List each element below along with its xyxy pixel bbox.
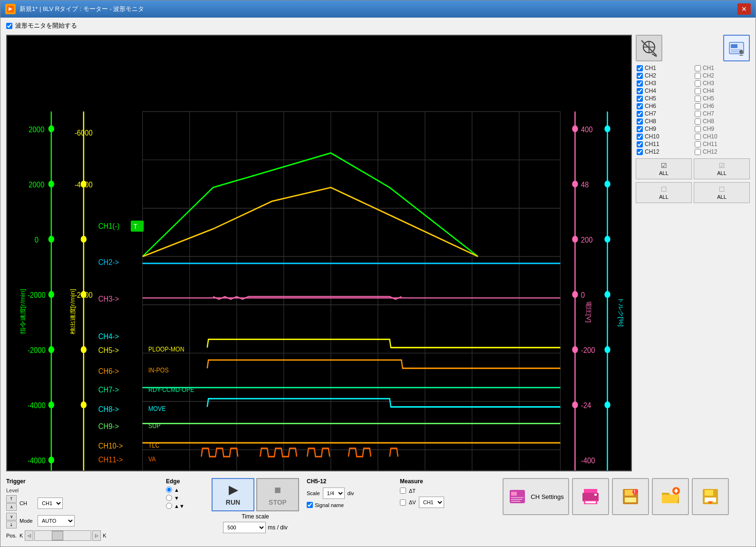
oscilloscope-display: 2000 2000 0 -2000 -2000 -4000 -4000 (6, 35, 632, 471)
workspace: 2000 2000 0 -2000 -2000 -4000 -4000 (6, 35, 750, 471)
mode-field-label: Mode (19, 518, 35, 524)
all-left-unchecked-btn[interactable]: ☐ ALL (636, 182, 692, 203)
ch-left-checkbox-ch7[interactable] (637, 111, 643, 117)
svg-text:CH9->: CH9-> (98, 421, 119, 430)
svg-text:CH2->: CH2-> (98, 257, 119, 266)
ch-right-checkbox-ch1[interactable] (695, 65, 701, 71)
folder-open-button[interactable] (652, 478, 689, 515)
svg-rect-101 (731, 44, 737, 48)
level-max-btn[interactable]: ⤒ (6, 495, 17, 503)
ch-left-checkbox-ch5[interactable] (637, 96, 643, 102)
ch512-title: CH5-12 (307, 478, 392, 485)
svg-text:CH4->: CH4-> (98, 332, 119, 341)
monitor-enable-checkbox[interactable] (6, 23, 12, 29)
ch-right-item-ch8: CH8 (694, 117, 750, 125)
ch-left-checkbox-ch9[interactable] (637, 126, 643, 132)
waveform-icon (640, 39, 659, 58)
level-up-arrows: ⤒ ∧ (6, 495, 17, 511)
trigger-ch-select[interactable]: CH1CH2CH3CH4 (38, 498, 63, 509)
timescale-select[interactable]: 1002005001000 (223, 522, 266, 533)
delta-v-checkbox[interactable] (400, 499, 406, 506)
all-right-label: ALL (717, 170, 727, 176)
ch-right-item-ch2: CH2 (694, 72, 750, 79)
signal-name-label: Signal name (315, 502, 344, 508)
ch-left-item-ch7: CH7 (636, 110, 692, 117)
measure-ch-select[interactable]: CH1CH2CH3CH4 (419, 497, 444, 508)
print-button[interactable] (572, 478, 609, 515)
ch-left-checkbox-ch3[interactable] (637, 80, 643, 87)
k-right-label: K (103, 533, 106, 538)
ch-left-checkbox-ch8[interactable] (637, 118, 643, 125)
signal-name-checkbox[interactable] (307, 502, 313, 508)
edge-up-item: ▲ (166, 487, 204, 493)
svg-text:VA: VA (148, 455, 156, 463)
slider-thumb (52, 531, 63, 540)
ch-left-checkbox-ch1[interactable] (637, 65, 643, 71)
all-buttons-row: ☑ ALL ☑ ALL (636, 158, 750, 179)
scale-select[interactable]: 1/11/21/41/8 (323, 488, 345, 499)
main-window: 新規1* | 8LV Rタイプ : モーター - 波形モニタ ✕ 波形モニタを開… (0, 0, 756, 547)
waveform-view-btn[interactable] (636, 35, 662, 61)
ch-left-label-ch2: CH2 (645, 72, 656, 79)
ch-left-checkbox-ch12[interactable] (637, 149, 643, 155)
ch-right-checkbox-ch12[interactable] (695, 149, 701, 155)
list-view-btn[interactable] (723, 35, 750, 61)
ch-right-checkbox-ch6[interactable] (695, 103, 701, 109)
ch-left-item-ch9: CH9 (636, 125, 692, 133)
run-stop-section: ▶ RUN ■ STOP Time scale 1002005001000 ms (212, 478, 299, 533)
edge-up-label: ▲ (174, 487, 179, 493)
ch-right-label-ch6: CH6 (703, 103, 714, 109)
ch-left-item-ch4: CH4 (636, 87, 692, 95)
all-right-unchecked-btn[interactable]: ☐ ALL (694, 182, 750, 203)
svg-text:-4000: -4000 (75, 180, 93, 189)
all-right-checked-btn[interactable]: ☑ ALL (694, 158, 750, 179)
save-load-button[interactable]: ! (612, 478, 649, 515)
ch-right-label-ch11: CH11 (703, 141, 717, 147)
stop-button[interactable]: ■ STOP (256, 478, 299, 511)
run-button[interactable]: ▶ RUN (212, 478, 254, 511)
svg-point-63 (604, 291, 610, 298)
ch-right-checkbox-ch5[interactable] (695, 96, 701, 102)
run-icon: ▶ (229, 483, 237, 497)
ch-settings-button[interactable]: CH Settings (503, 478, 569, 515)
level-down-btn[interactable]: ∨ (6, 513, 17, 520)
ch-right-checkbox-ch4[interactable] (695, 88, 701, 94)
ch-left-label-ch3: CH3 (645, 80, 656, 87)
all-left-checked-btn[interactable]: ☑ ALL (636, 158, 692, 179)
ch-right-checkbox-ch3[interactable] (695, 80, 701, 87)
edge-up-radio[interactable] (166, 487, 172, 493)
ch-left-checkbox-ch4[interactable] (637, 88, 643, 94)
ch-left-checkbox-ch11[interactable] (637, 141, 643, 147)
ch-left-checkbox-ch2[interactable] (637, 73, 643, 79)
svg-point-64 (604, 346, 610, 353)
timescale-title: Time scale (242, 513, 269, 520)
save-button[interactable] (692, 478, 729, 515)
svg-point-60 (604, 126, 610, 133)
level-down-arrows: ∨ ⤓ (6, 513, 17, 528)
ch-right-checkbox-ch7[interactable] (695, 111, 701, 117)
ch-right-checkbox-ch10[interactable] (695, 134, 701, 140)
edge-down-radio[interactable] (166, 495, 172, 501)
trigger-mode-select[interactable]: AUTONORMALSINGLE (38, 515, 75, 527)
svg-text:T: T (134, 223, 137, 230)
svg-rect-116 (625, 490, 633, 496)
edge-both-radio[interactable] (166, 503, 172, 509)
ch-right-checkbox-ch2[interactable] (695, 73, 701, 79)
svg-rect-106 (511, 492, 517, 496)
svg-point-65 (604, 401, 610, 409)
ch-right-checkbox-ch11[interactable] (695, 141, 701, 147)
ch-right-checkbox-ch9[interactable] (695, 126, 701, 132)
ch-left-checkbox-ch10[interactable] (637, 134, 643, 140)
ch-left-label-ch4: CH4 (645, 88, 656, 94)
level-up-btn[interactable]: ∧ (6, 503, 17, 511)
trigger-section: Trigger Level ⤒ ∧ CH CH1CH2CH3CH4 (6, 478, 158, 541)
pos-row: Pos. K ◁ ▷ K (6, 530, 158, 541)
ch-left-checkbox-ch6[interactable] (637, 103, 643, 109)
level-min-btn[interactable]: ⤓ (6, 521, 17, 528)
ch-right-checkbox-ch8[interactable] (695, 118, 701, 125)
close-button[interactable]: ✕ (737, 3, 751, 15)
slider-right-btn[interactable]: ▷ (92, 530, 101, 541)
delta-t-checkbox[interactable] (400, 488, 406, 494)
slider-left-btn[interactable]: ◁ (25, 530, 33, 541)
ch-right-item-ch9: CH9 (694, 125, 750, 133)
